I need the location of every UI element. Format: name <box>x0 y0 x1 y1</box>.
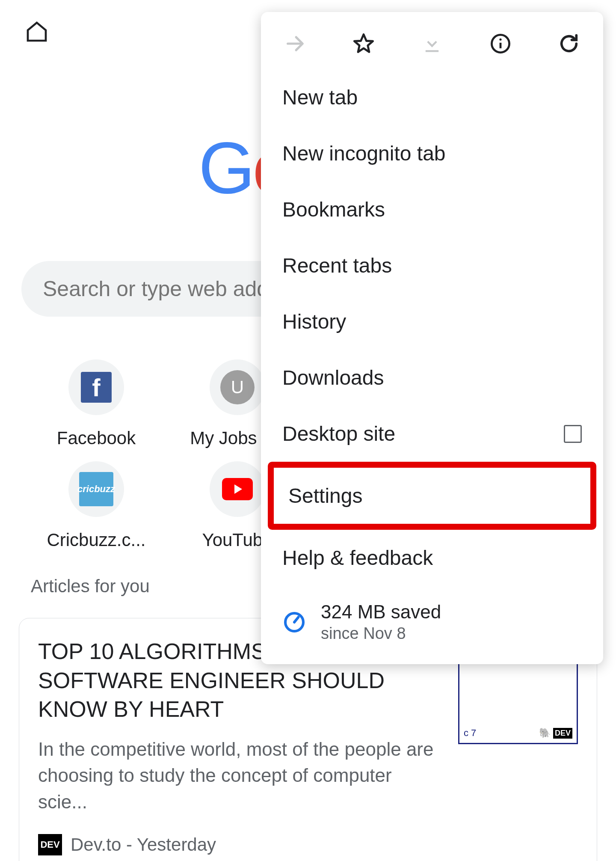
settings-highlight: Settings <box>268 462 596 530</box>
menu-downloads[interactable]: Downloads <box>261 350 603 406</box>
data-saved-amount: 324 MB saved <box>321 601 441 623</box>
desktop-site-checkbox[interactable] <box>564 425 582 443</box>
reload-button[interactable] <box>556 31 582 56</box>
menu-settings[interactable]: Settings <box>274 468 590 524</box>
home-button[interactable] <box>24 19 50 45</box>
data-saver-icon <box>282 610 306 634</box>
data-saver-info[interactable]: 324 MB saved since Nov 8 <box>261 586 603 647</box>
svg-point-4 <box>499 39 501 41</box>
info-button[interactable] <box>488 31 513 56</box>
forward-icon <box>284 33 306 55</box>
article-source: Dev.to - Yesterday <box>71 834 216 855</box>
cricbuzz-icon: cricbuzz <box>79 472 113 506</box>
avatar-icon: U <box>220 370 255 404</box>
facebook-icon: f <box>81 372 112 403</box>
info-icon <box>489 33 512 55</box>
star-icon <box>352 33 375 55</box>
menu-desktop-site[interactable]: Desktop site <box>261 406 603 462</box>
menu-recent-tabs[interactable]: Recent tabs <box>261 238 603 294</box>
shortcut-label: Cricbuzz.c... <box>47 530 145 550</box>
svg-line-6 <box>294 617 298 622</box>
menu-new-tab[interactable]: New tab <box>261 69 603 125</box>
home-icon <box>25 20 49 44</box>
svg-marker-1 <box>354 34 373 52</box>
menu-history[interactable]: History <box>261 294 603 350</box>
menu-new-incognito-tab[interactable]: New incognito tab <box>261 125 603 181</box>
reload-icon <box>558 33 580 55</box>
youtube-icon <box>222 478 253 500</box>
data-saved-since: since Nov 8 <box>321 624 441 643</box>
shortcut-label: Facebook <box>57 428 136 448</box>
dev-badge-icon: DEV <box>38 834 62 855</box>
bookmark-button[interactable] <box>351 31 376 56</box>
menu-help-feedback[interactable]: Help & feedback <box>261 530 603 586</box>
shortcut-cricbuzz[interactable]: cricbuzz Cricbuzz.c... <box>26 461 167 550</box>
article-snippet: In the competitive world, most of the pe… <box>38 736 445 815</box>
shortcut-facebook[interactable]: f Facebook <box>26 359 167 448</box>
overflow-menu: New tab New incognito tab Bookmarks Rece… <box>261 12 603 664</box>
download-button <box>419 31 445 56</box>
menu-bookmarks[interactable]: Bookmarks <box>261 181 603 238</box>
forward-button <box>282 31 308 56</box>
download-icon <box>421 33 443 55</box>
